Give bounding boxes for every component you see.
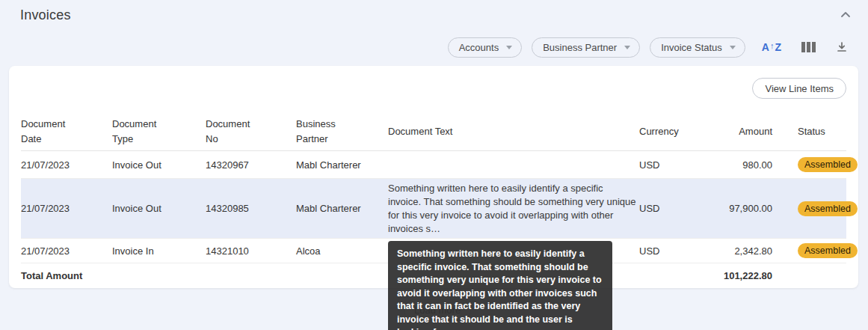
- table-toolbar: Accounts Business Partner Invoice Status…: [448, 37, 851, 58]
- download-icon: [836, 41, 848, 53]
- chevron-down-icon: [624, 46, 630, 49]
- filter-accounts[interactable]: Accounts: [448, 37, 522, 58]
- filter-business-partner-label: Business Partner: [543, 42, 617, 53]
- status-cell: Assembled: [772, 201, 858, 216]
- filter-invoice-status-label: Invoice Status: [661, 42, 722, 53]
- sort-alphabetical-icon: A↑Z: [762, 41, 781, 53]
- header-document-type: Document Type: [112, 117, 206, 147]
- status-cell: Assembled: [772, 243, 858, 258]
- document-no-cell: 14321010: [206, 245, 296, 257]
- header-status: Status: [772, 126, 846, 137]
- status-badge: Assembled: [798, 243, 858, 258]
- header-document-date: Document Date: [21, 117, 112, 147]
- chevron-up-icon: [840, 9, 852, 21]
- section-header: Invoices: [20, 6, 855, 24]
- currency-cell: USD: [639, 245, 705, 257]
- business-partner-cell: Mabl Charterer: [296, 203, 388, 214]
- document-type-cell: Invoice Out: [112, 159, 206, 171]
- amount-cell: 980.00: [705, 159, 772, 171]
- table-header-row: Document Date Document Type Document No …: [21, 112, 846, 151]
- chevron-down-icon: [730, 46, 736, 49]
- sort-button[interactable]: A↑Z: [759, 37, 784, 57]
- header-currency: Currency: [639, 126, 705, 137]
- document-no-cell: 14320967: [206, 159, 296, 171]
- card-actions: View Line Items: [21, 78, 846, 112]
- currency-cell: USD: [639, 159, 705, 171]
- header-document-text: Document Text: [388, 126, 639, 137]
- document-text-tooltip: Something written here to easily identif…: [388, 241, 612, 330]
- table-row[interactable]: 21/07/2023 Invoice Out 14320985 Mabl Cha…: [21, 179, 846, 239]
- table-row[interactable]: 21/07/2023 Invoice Out 14320967 Mabl Cha…: [21, 151, 846, 179]
- collapse-section-button[interactable]: [837, 6, 855, 24]
- amount-cell: 2,342.80: [705, 245, 772, 257]
- business-partner-cell: Alcoa: [296, 245, 388, 257]
- columns-icon: [801, 42, 816, 52]
- status-cell: Assembled: [772, 157, 858, 172]
- document-date-cell: 21/07/2023: [21, 159, 112, 171]
- document-no-cell: 14320985: [206, 203, 296, 214]
- filter-accounts-label: Accounts: [459, 42, 499, 53]
- document-type-cell: Invoice In: [112, 245, 206, 257]
- total-amount-value: 101,222.80: [705, 270, 772, 281]
- status-badge: Assembled: [798, 157, 858, 172]
- business-partner-cell: Mabl Charterer: [296, 159, 388, 171]
- header-document-no: Document No: [206, 117, 296, 147]
- document-text-cell: Something written here to easily identif…: [388, 182, 639, 236]
- status-badge: Assembled: [798, 201, 858, 216]
- document-type-cell: Invoice Out: [112, 203, 206, 214]
- filter-business-partner[interactable]: Business Partner: [532, 37, 640, 58]
- document-date-cell: 21/07/2023: [21, 203, 112, 214]
- header-amount: Amount: [705, 126, 772, 137]
- view-line-items-button[interactable]: View Line Items: [752, 78, 846, 99]
- header-business-partner: Business Partner: [296, 117, 388, 147]
- amount-cell: 97,900.00: [705, 203, 772, 214]
- document-date-cell: 21/07/2023: [21, 245, 112, 257]
- invoices-page: Invoices Accounts Business Partner Invoi…: [0, 0, 868, 330]
- download-button[interactable]: [833, 37, 851, 57]
- filter-invoice-status[interactable]: Invoice Status: [650, 37, 745, 58]
- chevron-down-icon: [506, 46, 512, 49]
- columns-button[interactable]: [798, 37, 819, 57]
- currency-cell: USD: [639, 203, 705, 214]
- page-title: Invoices: [20, 7, 71, 23]
